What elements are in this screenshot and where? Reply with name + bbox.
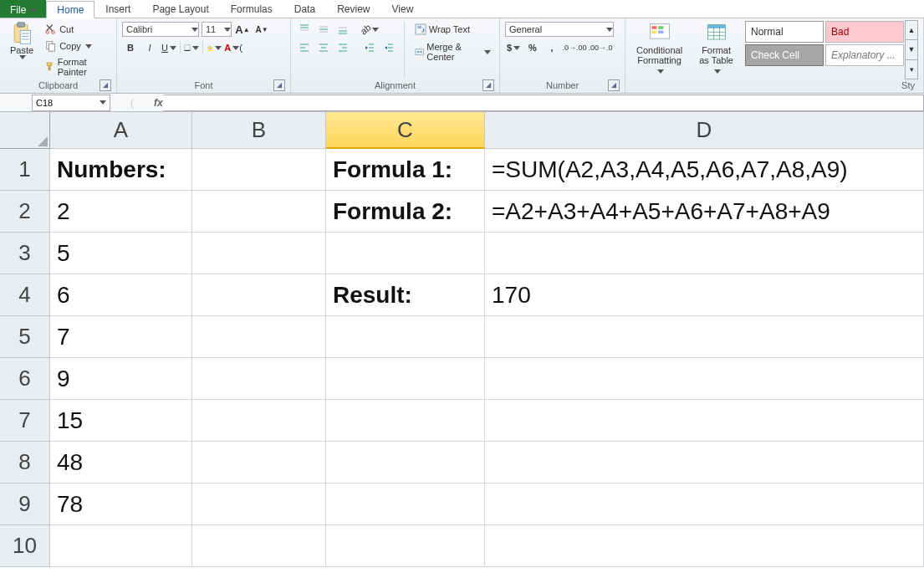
- orientation-button[interactable]: ab: [361, 22, 378, 37]
- tab-insert[interactable]: Insert: [94, 0, 141, 18]
- fx-icon[interactable]: fx: [154, 97, 163, 109]
- cell-C2[interactable]: Formula 2:: [326, 191, 485, 233]
- dialog-launcher-clipboard[interactable]: ◢: [100, 79, 111, 91]
- row-header-5[interactable]: 5: [0, 316, 50, 358]
- cell-B6[interactable]: [192, 358, 326, 400]
- font-size-select[interactable]: 11: [202, 22, 232, 37]
- conditional-formatting-button[interactable]: Conditional Formatting: [630, 20, 688, 79]
- fill-color-button[interactable]: [206, 40, 222, 55]
- cell-B2[interactable]: [192, 191, 326, 233]
- cell-B1[interactable]: [192, 149, 326, 191]
- tab-page-layout[interactable]: Page Layout: [141, 0, 219, 18]
- bold-button[interactable]: B: [122, 40, 139, 55]
- cell-D10[interactable]: [485, 525, 924, 567]
- cell-B9[interactable]: [192, 483, 326, 525]
- style-explanatory[interactable]: Explanatory ...: [825, 44, 904, 66]
- row-header-9[interactable]: 9: [0, 483, 50, 525]
- cell-D7[interactable]: [485, 400, 924, 442]
- cell-B4[interactable]: [192, 274, 326, 316]
- cell-B7[interactable]: [192, 400, 326, 442]
- decrease-font-button[interactable]: A▼: [253, 22, 270, 37]
- number-format-select[interactable]: General: [505, 22, 614, 37]
- row-header-6[interactable]: 6: [0, 358, 50, 400]
- cell-D9[interactable]: [485, 483, 924, 525]
- cell-D4[interactable]: 170: [485, 274, 924, 316]
- align-center-button[interactable]: [315, 40, 332, 55]
- format-painter-button[interactable]: Format Painter: [42, 55, 111, 79]
- tab-home[interactable]: Home: [46, 1, 94, 18]
- tab-data[interactable]: Data: [283, 0, 326, 18]
- tab-review[interactable]: Review: [326, 0, 380, 18]
- select-all-corner[interactable]: [0, 112, 50, 149]
- cell-C10[interactable]: [326, 525, 485, 567]
- currency-button[interactable]: $: [505, 40, 522, 55]
- styles-scroll-down[interactable]: ▼: [906, 40, 917, 59]
- row-header-4[interactable]: 4: [0, 274, 50, 316]
- name-box[interactable]: C18: [32, 95, 110, 111]
- style-check-cell[interactable]: Check Cell: [745, 44, 824, 66]
- cell-D5[interactable]: [485, 316, 924, 358]
- row-header-3[interactable]: 3: [0, 233, 50, 274]
- cell-A2[interactable]: 2: [50, 191, 192, 233]
- cell-C9[interactable]: [326, 483, 485, 525]
- cell-A7[interactable]: 15: [50, 400, 192, 442]
- cell-A6[interactable]: 9: [50, 358, 192, 400]
- style-bad[interactable]: Bad: [825, 21, 904, 43]
- align-middle-button[interactable]: [315, 22, 332, 37]
- decrease-decimal-button[interactable]: .00→.0: [589, 40, 612, 55]
- dialog-launcher-font[interactable]: ◢: [273, 79, 285, 91]
- cell-C8[interactable]: [326, 442, 485, 483]
- paste-button[interactable]: Paste: [5, 20, 38, 79]
- dialog-launcher-number[interactable]: ◢: [608, 79, 620, 91]
- cut-button[interactable]: Cut: [42, 22, 111, 37]
- percent-button[interactable]: %: [524, 40, 541, 55]
- format-as-table-button[interactable]: Format as Table: [692, 20, 741, 79]
- col-header-D[interactable]: D: [485, 112, 924, 149]
- cell-C5[interactable]: [326, 316, 485, 358]
- merge-center-button[interactable]: Merge & Center: [411, 40, 494, 64]
- tab-view[interactable]: View: [381, 0, 425, 18]
- cell-A10[interactable]: [50, 525, 192, 567]
- col-header-A[interactable]: A: [50, 112, 192, 149]
- cell-C4[interactable]: Result:: [326, 274, 485, 316]
- align-right-button[interactable]: [334, 40, 351, 55]
- cell-C3[interactable]: [326, 233, 485, 274]
- align-bottom-button[interactable]: [334, 22, 351, 37]
- style-normal[interactable]: Normal: [745, 21, 824, 43]
- file-tab[interactable]: File: [0, 0, 46, 18]
- cell-D2[interactable]: =A2+A3+A4+A5+A6+A7+A8+A9: [485, 191, 924, 233]
- col-header-B[interactable]: B: [192, 112, 326, 149]
- cell-A5[interactable]: 7: [50, 316, 192, 358]
- cell-D3[interactable]: [485, 233, 924, 274]
- tab-formulas[interactable]: Formulas: [220, 0, 283, 18]
- comma-button[interactable]: ,: [544, 40, 560, 55]
- styles-more[interactable]: ▾: [906, 60, 917, 79]
- cell-C6[interactable]: [326, 358, 485, 400]
- styles-scroll-up[interactable]: ▲: [906, 21, 917, 40]
- indent-increase-button[interactable]: [380, 40, 397, 55]
- cell-D8[interactable]: [485, 442, 924, 483]
- indent-decrease-button[interactable]: [361, 40, 378, 55]
- row-header-2[interactable]: 2: [0, 191, 50, 233]
- cell-A8[interactable]: 48: [50, 442, 192, 483]
- cell-D6[interactable]: [485, 358, 924, 400]
- font-name-select[interactable]: Calibri: [122, 22, 199, 37]
- underline-button[interactable]: U: [161, 40, 177, 55]
- cell-C1[interactable]: Formula 1:: [326, 149, 485, 191]
- row-header-1[interactable]: 1: [0, 149, 50, 191]
- row-header-7[interactable]: 7: [0, 400, 50, 442]
- cell-B8[interactable]: [192, 442, 326, 483]
- cell-A3[interactable]: 5: [50, 233, 192, 274]
- wrap-text-button[interactable]: ab Wrap Text: [411, 22, 494, 37]
- font-color-button[interactable]: A (: [225, 40, 242, 55]
- italic-button[interactable]: I: [141, 40, 158, 55]
- cell-B10[interactable]: [192, 525, 326, 567]
- align-top-button[interactable]: [296, 22, 313, 37]
- border-button[interactable]: [183, 40, 200, 55]
- increase-decimal-button[interactable]: .0→.00: [563, 40, 586, 55]
- col-header-C[interactable]: C: [326, 112, 485, 149]
- cell-A4[interactable]: 6: [50, 274, 192, 316]
- row-header-10[interactable]: 10: [0, 525, 50, 567]
- cell-D1[interactable]: =SUM(A2,A3,A4,A5,A6,A7,A8,A9): [485, 149, 924, 191]
- formula-input[interactable]: [163, 95, 924, 111]
